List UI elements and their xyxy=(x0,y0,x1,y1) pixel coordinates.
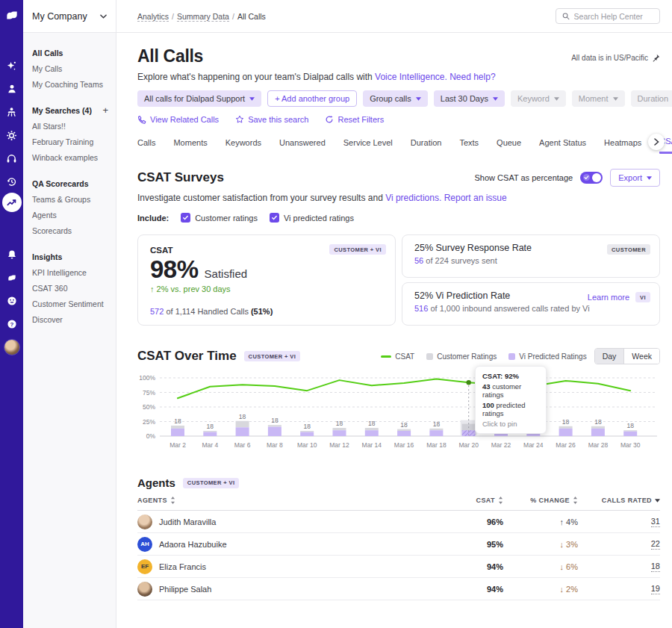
rated-calls-count-link[interactable]: 516 xyxy=(414,304,428,313)
history-icon[interactable] xyxy=(4,173,20,190)
chart-canvas[interactable]: 0%25%50%75%100%18Mar 218Mar 418Mar 618Ma… xyxy=(137,370,660,454)
vi-prediction-card: Learn more VI 52% Vi Prediction Rate 516… xyxy=(402,282,660,326)
support-headset-icon[interactable] xyxy=(4,150,20,167)
sidebar-item-teams-groups[interactable]: Teams & Groups xyxy=(32,191,108,207)
column-csat[interactable]: CSAT xyxy=(436,497,503,504)
dialpad-mini-icon[interactable] xyxy=(4,270,20,286)
need-help-link[interactable]: Need help? xyxy=(449,72,495,82)
tab-service-level[interactable]: Service Level xyxy=(343,138,393,153)
svg-text:25%: 25% xyxy=(143,418,155,426)
vi-predictions-link[interactable]: Vi predictions. xyxy=(385,193,441,203)
agent-row-adaora[interactable]: AHAdaora Hazubuike 95% ↓ 3% 22 xyxy=(137,533,660,556)
tab-keywords[interactable]: Keywords xyxy=(225,138,261,153)
surveys-text: of 224 surveys sent xyxy=(423,256,497,265)
tab-texts[interactable]: Texts xyxy=(459,138,479,153)
tab-agent-status[interactable]: Agent Status xyxy=(539,138,586,153)
feedback-smiley-icon[interactable] xyxy=(4,293,20,309)
sidebar-item-discover[interactable]: Discover xyxy=(32,311,108,327)
ai-sparkles-icon[interactable] xyxy=(4,57,20,74)
tab-moments[interactable]: Moments xyxy=(173,138,207,153)
sidebar-item-customer-sentiment[interactable]: Customer Sentiment xyxy=(32,296,108,311)
view-related-calls-link[interactable]: View Related Calls xyxy=(137,115,219,124)
calls-rated-link[interactable]: 22 xyxy=(651,539,660,550)
calls-rated-link[interactable]: 31 xyxy=(651,517,660,527)
svg-text:18: 18 xyxy=(207,423,214,430)
sidebar-item-my-calls[interactable]: My Calls xyxy=(32,60,108,76)
search-input[interactable] xyxy=(574,12,653,21)
contacts-icon[interactable] xyxy=(4,81,20,97)
legend-customer-ratings[interactable]: Customer Ratings xyxy=(426,352,497,361)
pin-icon[interactable] xyxy=(652,54,660,62)
filter-moment[interactable]: Moment xyxy=(572,90,625,107)
settings-gear-icon[interactable] xyxy=(4,127,20,143)
add-group-button[interactable]: + Add another group xyxy=(267,90,357,107)
column-percent-change[interactable]: % CHANGE xyxy=(503,497,578,504)
agent-row-philippe[interactable]: Philippe Salah 94% ↓ 2% 19 xyxy=(137,578,660,600)
filter-date-range[interactable]: Last 30 Days xyxy=(434,90,505,107)
help-icon[interactable]: ? xyxy=(4,316,20,332)
csat-suffix: Satisfied xyxy=(205,267,248,280)
tabs-scroll-right-button[interactable] xyxy=(648,134,665,150)
calls-rated-link[interactable]: 18 xyxy=(651,562,660,572)
analytics-active-icon[interactable] xyxy=(2,193,22,212)
legend-vi-predicted[interactable]: Vi Predicted Ratings xyxy=(508,352,586,361)
filter-group[interactable]: All calls for Dialpad Support xyxy=(137,90,261,107)
legend-csat[interactable]: CSAT xyxy=(381,352,414,361)
sidebar-item-csat-360[interactable]: CSAT 360 xyxy=(32,280,108,296)
save-search-link[interactable]: Save this search xyxy=(235,115,308,124)
filter-keyword[interactable]: Keyword xyxy=(511,90,566,107)
tab-calls[interactable]: Calls xyxy=(137,138,155,153)
sidebar-item-all-calls[interactable]: All Calls xyxy=(32,45,108,60)
csat-summary-card: CUSTOMER + VI CSAT 98% Satisfied ↑ 2% vs… xyxy=(137,234,396,326)
tab-queue[interactable]: Queue xyxy=(497,138,521,153)
csat-percentage-toggle[interactable] xyxy=(580,172,603,184)
filter-call-type[interactable]: Group calls xyxy=(363,90,428,107)
column-agents[interactable]: AGENTS xyxy=(137,497,436,504)
reset-filters-link[interactable]: Reset Filters xyxy=(325,115,384,124)
day-segment[interactable]: Day xyxy=(595,349,624,364)
agent-row-judith[interactable]: Judith Maravilla 96% ↑ 4% 31 xyxy=(137,511,660,533)
subtitle-text: Explore what's happening on your team's … xyxy=(137,72,375,82)
svg-text:Mar 10: Mar 10 xyxy=(297,441,317,449)
calls-rated-link[interactable]: 19 xyxy=(651,584,660,594)
help-search[interactable] xyxy=(556,8,660,24)
svg-text:18: 18 xyxy=(368,420,376,427)
learn-more-link[interactable]: Learn more xyxy=(588,293,629,302)
add-search-button[interactable]: + xyxy=(102,105,108,115)
customer-ratings-swatch xyxy=(426,353,433,360)
sidebar-item-kpi-intelligence[interactable]: KPI Intelligence xyxy=(32,264,108,280)
vi-predicted-swatch xyxy=(508,353,515,360)
svg-text:18: 18 xyxy=(271,417,279,424)
tab-duration[interactable]: Duration xyxy=(411,138,442,153)
export-button[interactable]: Export xyxy=(610,169,660,187)
vi-predicted-ratings-checkbox[interactable]: Vi predicted ratings xyxy=(270,213,354,223)
dialpad-logo-icon[interactable] xyxy=(4,7,20,23)
coaching-icon[interactable] xyxy=(4,104,20,120)
csat-over-time-chart[interactable]: 0%25%50%75%100%18Mar 218Mar 418Mar 618Ma… xyxy=(137,370,660,458)
surveys-count-link[interactable]: 56 xyxy=(414,256,423,265)
column-calls-rated[interactable]: CALLS RATED xyxy=(578,497,660,504)
notifications-bell-icon[interactable] xyxy=(4,246,20,263)
customer-ratings-checkbox[interactable]: Customer ratings xyxy=(181,213,258,223)
agent-row-eliza[interactable]: EFEliza Francis 94% ↓ 6% 18 xyxy=(137,556,660,578)
voice-intelligence-link[interactable]: Voice Intelligence. xyxy=(375,72,447,82)
sidebar-item-winback-examples[interactable]: Winback examples xyxy=(32,149,108,165)
filter-duration[interactable]: Duration xyxy=(631,90,672,107)
user-avatar[interactable] xyxy=(4,339,20,355)
tab-unanswered[interactable]: Unanswered xyxy=(279,138,326,153)
left-icon-rail: ? xyxy=(0,0,23,628)
company-selector[interactable]: My Company xyxy=(23,0,116,33)
breadcrumb-analytics[interactable]: Analytics xyxy=(137,12,169,22)
sidebar-item-all-stars[interactable]: All Stars!! xyxy=(32,118,108,134)
breadcrumb-summary-data[interactable]: Summary Data xyxy=(177,12,229,22)
week-segment[interactable]: Week xyxy=(623,349,659,364)
handled-calls-count-link[interactable]: 572 xyxy=(150,307,164,316)
sidebar-item-february-training[interactable]: February Training xyxy=(32,134,108,149)
tab-heatmaps[interactable]: Heatmaps xyxy=(604,138,641,153)
refresh-icon xyxy=(325,115,334,124)
sidebar-item-scorecards[interactable]: Scorecards xyxy=(32,223,108,238)
sidebar-item-agents[interactable]: Agents xyxy=(32,207,108,223)
sidebar-item-my-coaching-teams[interactable]: My Coaching Teams xyxy=(32,76,108,92)
moment-label: Moment xyxy=(579,94,609,103)
report-issue-link[interactable]: Report an issue xyxy=(444,193,507,203)
